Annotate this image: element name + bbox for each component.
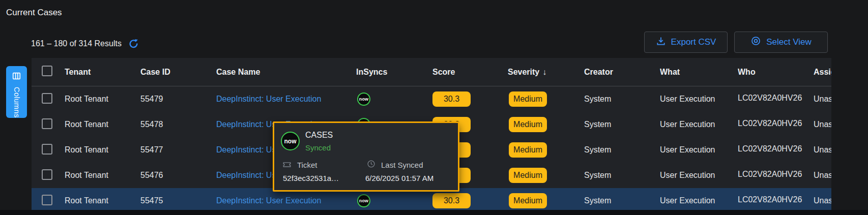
case-name-link[interactable]: DeepInstinct: User Execution <box>216 196 356 205</box>
last-synced-label: Last Synced <box>367 160 423 170</box>
row-checkbox[interactable] <box>42 144 52 155</box>
row-checkbox[interactable] <box>42 118 52 129</box>
col-header-assignee[interactable]: Assignee <box>814 68 831 77</box>
cell-creator: System <box>584 120 660 129</box>
severity-badge: Medium <box>509 193 547 208</box>
cell-what: User Execution <box>660 95 738 104</box>
servicenow-insync-icon[interactable]: now <box>357 93 370 106</box>
columns-tab-label: Columns <box>13 87 21 118</box>
last-synced-value: 6/26/2025 01:57 AM <box>365 174 433 182</box>
cell-who: LC02V82A0HV26 <box>738 119 814 130</box>
ticket-value: 52f3ec32531a… <box>283 174 339 182</box>
col-header-who[interactable]: Who <box>738 68 814 77</box>
download-icon <box>656 36 666 49</box>
sort-descending-icon: ↓ <box>542 68 546 76</box>
cell-creator: System <box>584 145 660 155</box>
ticket-icon <box>282 160 292 170</box>
results-bar: 161 – 180 of 314 Results <box>31 39 138 48</box>
cell-creator: System <box>584 171 660 180</box>
severity-badge: Medium <box>509 117 547 132</box>
results-count: 161 – 180 of 314 Results <box>31 39 122 48</box>
cell-tenant: Root Tenant <box>65 95 140 104</box>
row-checkbox[interactable] <box>42 93 52 104</box>
select-view-label: Select View <box>766 37 812 47</box>
score-badge: 30.3 <box>432 193 471 208</box>
cell-assignee: Unassigned <box>814 120 831 129</box>
cell-what: User Execution <box>660 145 738 155</box>
severity-badge: Medium <box>509 168 547 183</box>
cell-who: LC02V82A0HV26 <box>738 195 814 206</box>
table-header-row: Tenant Case ID Case Name InSyncs Score S… <box>32 58 831 86</box>
row-checkbox[interactable] <box>42 169 52 180</box>
ticket-label: Ticket <box>282 160 317 170</box>
cell-tenant: Root Tenant <box>65 120 140 129</box>
cell-creator: System <box>584 95 660 104</box>
cell-assignee: Unassigned <box>814 171 831 180</box>
col-header-severity[interactable]: Severity↓ <box>508 68 584 77</box>
cell-who: LC02V82A0HV26 <box>738 144 814 156</box>
tooltip-sync-status: Synced <box>305 143 331 152</box>
eye-icon <box>750 36 761 49</box>
export-csv-label: Export CSV <box>671 37 716 47</box>
cell-who: LC02V82A0HV26 <box>738 94 814 105</box>
tooltip-title: CASES <box>305 131 333 140</box>
col-header-score[interactable]: Score <box>432 68 508 77</box>
cell-case-id: 55475 <box>140 196 216 205</box>
cell-assignee: Unassigned <box>814 95 831 104</box>
col-header-case-name[interactable]: Case Name <box>216 68 356 77</box>
cell-tenant: Root Tenant <box>65 171 140 180</box>
servicenow-logo-icon: now <box>281 132 300 150</box>
cell-case-id: 55477 <box>140 145 216 155</box>
col-header-tenant[interactable]: Tenant <box>65 68 140 77</box>
cell-what: User Execution <box>660 196 738 205</box>
export-csv-button[interactable]: Export CSV <box>644 32 728 53</box>
columns-tab-button[interactable]: Columns <box>6 66 27 118</box>
cell-assignee: Unassigned <box>814 145 831 155</box>
severity-badge: Medium <box>509 142 547 158</box>
case-name-link[interactable]: DeepInstinct: User Execution <box>216 95 356 104</box>
score-badge: 30.3 <box>432 91 471 107</box>
cell-tenant: Root Tenant <box>65 145 140 155</box>
page-title: Current Cases <box>6 8 62 18</box>
cell-case-id: 55476 <box>140 171 216 180</box>
refresh-icon[interactable] <box>129 39 138 48</box>
servicenow-insync-icon[interactable]: now <box>357 194 370 207</box>
col-header-creator[interactable]: Creator <box>584 68 660 77</box>
bottom-strip <box>0 210 868 215</box>
columns-grid-icon <box>12 72 21 82</box>
cell-tenant: Root Tenant <box>65 196 140 205</box>
row-checkbox[interactable] <box>42 195 52 205</box>
table-row[interactable]: Root Tenant55479DeepInstinct: User Execu… <box>32 86 831 112</box>
clock-icon <box>367 160 375 170</box>
insync-tooltip: now CASES Synced Ticket Last Synced 52f3… <box>273 121 459 192</box>
cell-creator: System <box>584 196 660 205</box>
col-header-case-id[interactable]: Case ID <box>140 68 216 77</box>
cell-assignee: Unassigned <box>814 196 831 205</box>
col-header-what[interactable]: What <box>660 68 738 77</box>
select-all-checkbox[interactable] <box>42 66 52 76</box>
select-view-button[interactable]: Select View <box>734 32 828 53</box>
col-header-insyncs[interactable]: InSyncs <box>356 68 432 77</box>
cell-what: User Execution <box>660 120 738 129</box>
cell-who: LC02V82A0HV26 <box>738 170 814 181</box>
severity-badge: Medium <box>509 91 547 107</box>
cell-what: User Execution <box>660 171 738 180</box>
cell-case-id: 55478 <box>140 120 216 129</box>
cell-case-id: 55479 <box>140 95 216 104</box>
